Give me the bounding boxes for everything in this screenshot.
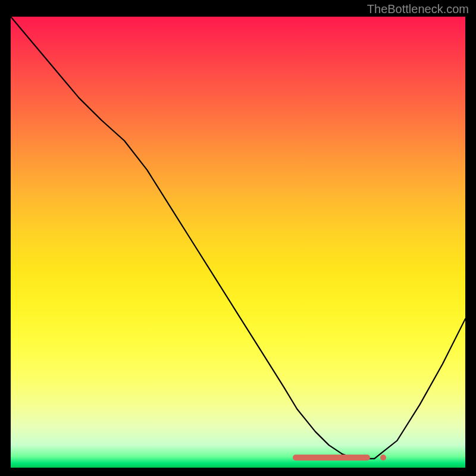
optimal-range-marker [293, 455, 370, 461]
plot-area [11, 17, 465, 468]
chart-curve [11, 17, 465, 468]
watermark-text: TheBottleneck.com [367, 2, 469, 16]
